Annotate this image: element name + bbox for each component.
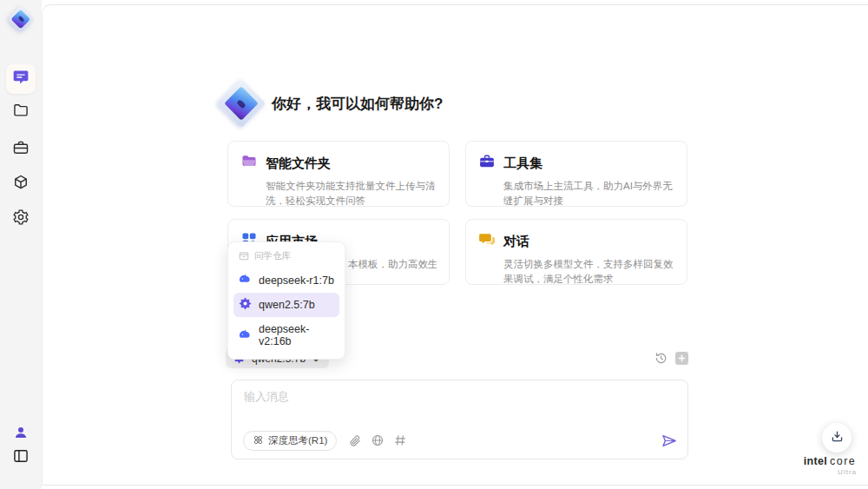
prompt-library-button[interactable] [394, 434, 406, 446]
greeting-title: 你好，我可以如何帮助你? [272, 94, 443, 114]
card-desc: 灵活切换多模型文件，支持多样回复效果调试，满足个性化需求 [503, 257, 674, 286]
message-input[interactable] [244, 389, 669, 422]
sidebar-item-folders[interactable] [12, 103, 30, 121]
intel-brand-text: intel [804, 455, 827, 467]
card-desc: 集成市场上主流工具，助力AI与外界无缝扩展与对接 [503, 179, 674, 208]
sidebar-item-toolbox[interactable] [12, 141, 30, 158]
qwen-icon [239, 297, 252, 313]
model-option-deepseek-r1[interactable]: deepseek-r1:7b [233, 269, 339, 291]
sidebar-item-chat[interactable] [6, 64, 36, 94]
model-dropdown-header-label: 问学仓库 [254, 250, 291, 262]
composer-toolbar: 深度思考(R1) [243, 430, 677, 451]
model-option-qwen[interactable]: qwen2.5:7b [233, 293, 339, 317]
atom-icon [253, 434, 264, 447]
gear-icon [12, 208, 30, 229]
model-option-label: qwen2.5:7b [259, 299, 315, 311]
attachment-button[interactable] [349, 434, 361, 446]
card-title: 智能文件夹 [266, 155, 331, 172]
model-option-label: deepseek-r1:7b [259, 274, 334, 287]
chat-bubble-icon [12, 69, 30, 89]
briefcase-icon [12, 139, 30, 160]
intel-core-badge: intelcore Ultra [803, 455, 857, 476]
card-toolset[interactable]: 工具集 集成市场上主流工具，助力AI与外界无缝扩展与对接 [465, 141, 687, 207]
send-button[interactable] [661, 433, 677, 448]
app-window: 你好，我可以如何帮助你? 智能文件夹 智能文件夹功能支持批量文件上传与清洗，轻松… [0, 0, 868, 489]
sidebar-item-models[interactable] [12, 175, 30, 193]
card-title: 工具集 [503, 155, 542, 172]
card-title: 对话 [503, 234, 529, 250]
folder-icon [12, 102, 30, 122]
repository-icon [239, 250, 249, 262]
model-dropdown-header: 问学仓库 [233, 248, 339, 268]
intel-sub-text: Ultra [803, 468, 857, 476]
download-icon [831, 430, 844, 446]
sidebar-item-account[interactable] [12, 426, 30, 443]
card-desc: 智能文件夹功能支持批量文件上传与清洗，轻松实现文件问答 [266, 179, 437, 208]
message-composer: 深度思考(R1) [231, 380, 688, 459]
card-smart-folder[interactable]: 智能文件夹 智能文件夹功能支持批量文件上传与清洗，轻松实现文件问答 [227, 141, 450, 207]
app-logo-icon [9, 7, 33, 31]
sidebar-collapse-button[interactable] [12, 449, 30, 466]
deepseek-icon [239, 274, 252, 287]
dialogue-icon [478, 231, 496, 252]
model-option-label: deepseek-v2:16b [259, 323, 334, 347]
smart-folder-icon [240, 153, 258, 174]
new-chat-button[interactable] [675, 352, 688, 365]
intel-product-text: core [830, 455, 856, 467]
model-dropdown: 问学仓库 deepseek-r1:7b qwen2.5:7b deepseek-… [227, 241, 345, 360]
deep-think-label: 深度思考(R1) [268, 434, 327, 447]
model-option-deepseek-v2[interactable]: deepseek-v2:16b [233, 319, 339, 352]
panel-toggle-icon [12, 447, 30, 468]
download-models-button[interactable] [822, 423, 852, 453]
web-search-button[interactable] [372, 434, 384, 446]
cube-icon [12, 174, 30, 195]
user-icon [13, 425, 29, 444]
assistant-logo-icon [224, 86, 259, 121]
card-dialogue[interactable]: 对话 灵活切换多模型文件，支持多样回复效果调试，满足个性化需求 [465, 219, 687, 285]
sidebar-item-settings[interactable] [12, 210, 30, 228]
deep-think-toggle[interactable]: 深度思考(R1) [243, 431, 337, 451]
deepseek-icon [239, 329, 252, 342]
sidebar [0, 0, 42, 489]
history-button[interactable] [654, 352, 667, 365]
toolset-icon [478, 153, 496, 174]
